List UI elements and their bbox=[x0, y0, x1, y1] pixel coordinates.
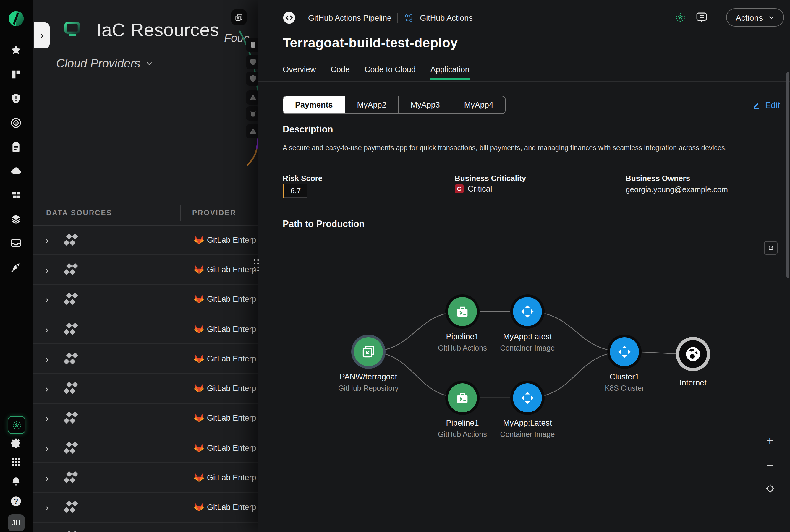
sidebar-item-layers[interactable] bbox=[10, 213, 22, 225]
provider-cell: GitLab Enterp bbox=[207, 265, 258, 274]
graph-toolbar-shield-icon[interactable] bbox=[246, 72, 258, 86]
svg-text:GitHub Actions: GitHub Actions bbox=[438, 430, 487, 438]
risk-score-label: Risk Score bbox=[283, 174, 322, 183]
sidebar-item-gear[interactable] bbox=[10, 437, 22, 449]
data-source-icon bbox=[63, 441, 78, 455]
svg-text:Pipeline1: Pipeline1 bbox=[446, 418, 479, 428]
column-header-data-sources[interactable]: DATA SOURCES bbox=[46, 209, 112, 217]
chevron-down-icon bbox=[146, 60, 153, 68]
svg-text:Container Image: Container Image bbox=[500, 430, 555, 438]
table-row[interactable]: GitLab Enterp bbox=[33, 344, 258, 374]
app-tab-myapp2[interactable]: MyApp2 bbox=[345, 96, 398, 114]
row-expand-chevron[interactable] bbox=[43, 266, 50, 273]
drawer-resize-handle[interactable] bbox=[252, 258, 260, 273]
sidebar-item-ai-sparkle[interactable] bbox=[8, 416, 25, 434]
ai-assistant-icon[interactable] bbox=[674, 11, 686, 24]
sidebar-item-grid[interactable] bbox=[10, 456, 22, 468]
path-to-production-diagram[interactable]: PANW/terragoatGitHub RepositoryPipeline1… bbox=[258, 234, 790, 506]
data-source-icon bbox=[63, 501, 78, 514]
user-avatar[interactable]: JH bbox=[8, 514, 25, 531]
graph-toolbar-shield-icon[interactable] bbox=[246, 55, 258, 69]
description-heading: Description bbox=[283, 124, 333, 135]
zoom-in-button[interactable]: + bbox=[763, 434, 777, 448]
row-expand-chevron[interactable] bbox=[43, 504, 50, 511]
tab-code-to-cloud[interactable]: Code to Cloud bbox=[364, 65, 416, 80]
provider-cell: GitLab Enterp bbox=[207, 354, 258, 363]
row-expand-chevron[interactable] bbox=[43, 444, 50, 451]
sidebar-item-layout[interactable] bbox=[10, 69, 22, 80]
table-row[interactable]: GitLab Enterp bbox=[33, 522, 258, 532]
actions-button[interactable]: Actions bbox=[726, 8, 784, 26]
sidebar-item-shield-alert[interactable] bbox=[10, 93, 22, 104]
gitlab-icon bbox=[194, 354, 204, 363]
table-row[interactable]: GitLab Enterp bbox=[33, 463, 258, 493]
svg-text:GitHub Repository: GitHub Repository bbox=[338, 384, 399, 392]
app-tab-myapp4[interactable]: MyApp4 bbox=[452, 96, 505, 114]
svg-text:K8S Cluster: K8S Cluster bbox=[605, 384, 644, 392]
row-expand-chevron[interactable] bbox=[43, 325, 50, 332]
table-row[interactable]: GitLab Enterp bbox=[33, 433, 258, 463]
collapse-panel-button[interactable] bbox=[34, 22, 50, 49]
pencil-icon bbox=[752, 101, 761, 110]
sidebar-item-clipboard[interactable] bbox=[10, 141, 22, 153]
page-title: Terragoat-build-test-deploy bbox=[283, 36, 458, 51]
table-row[interactable]: GitLab Enterp bbox=[33, 255, 258, 285]
tab-code[interactable]: Code bbox=[331, 65, 350, 80]
sidebar-item-bell[interactable] bbox=[10, 476, 22, 488]
gitlab-icon bbox=[194, 503, 204, 512]
app-tab-payments[interactable]: Payments bbox=[283, 96, 345, 114]
diagram-node-repo: PANW/terragoatGitHub Repository bbox=[338, 335, 399, 392]
breadcrumb: GitHub Actions Pipeline GitHub Actions bbox=[283, 11, 473, 25]
row-expand-chevron[interactable] bbox=[43, 415, 50, 422]
sidebar-item-help[interactable]: ? bbox=[10, 495, 22, 507]
gitlab-icon bbox=[194, 414, 204, 423]
cloud-providers-dropdown[interactable]: Cloud Providers bbox=[56, 57, 153, 70]
row-expand-chevron[interactable] bbox=[43, 474, 50, 481]
sidebar-item-target[interactable] bbox=[10, 117, 22, 129]
scrollbar-thumb[interactable] bbox=[787, 72, 789, 278]
table-row[interactable]: GitLab Enterp bbox=[33, 404, 258, 434]
sidebar-item-rocket[interactable] bbox=[10, 261, 22, 273]
svg-text:Container Image: Container Image bbox=[500, 344, 555, 352]
zoom-out-button[interactable]: − bbox=[763, 459, 777, 473]
github-actions-icon bbox=[404, 13, 414, 23]
breadcrumb-current[interactable]: GitHub Actions bbox=[420, 13, 473, 22]
graph-toolbar-trash-icon[interactable] bbox=[246, 38, 258, 52]
row-expand-chevron[interactable] bbox=[43, 236, 50, 243]
breadcrumb-parent[interactable]: GitHub Actions Pipeline bbox=[308, 13, 392, 22]
diagram-node-c1: Cluster1K8S Cluster bbox=[605, 335, 644, 392]
graph-toolbar-warning-icon[interactable] bbox=[246, 91, 258, 104]
table-row[interactable]: GitLab Enterp bbox=[33, 285, 258, 315]
sidebar-item-star[interactable] bbox=[10, 44, 22, 56]
graph-toolbar-warning-icon[interactable] bbox=[246, 124, 258, 138]
app-tab-myapp3[interactable]: MyApp3 bbox=[398, 96, 452, 114]
diagram-node-p2: Pipeline1GitHub Actions bbox=[438, 381, 487, 438]
row-expand-chevron[interactable] bbox=[43, 385, 50, 392]
gitlab-icon bbox=[194, 384, 204, 393]
recenter-button[interactable] bbox=[763, 483, 777, 496]
sidebar-item-blocks[interactable] bbox=[10, 189, 22, 201]
sidebar-item-window[interactable] bbox=[10, 237, 22, 249]
prisma-cloud-logo[interactable] bbox=[8, 10, 25, 27]
tab-overview[interactable]: Overview bbox=[283, 65, 316, 80]
data-source-icon bbox=[63, 382, 78, 395]
row-expand-chevron[interactable] bbox=[43, 296, 50, 303]
graph-toolbar-trash-icon[interactable] bbox=[246, 107, 258, 120]
column-header-provider[interactable]: PROVIDER bbox=[192, 209, 236, 217]
table-row[interactable]: GitLab Enterp bbox=[33, 315, 258, 344]
table-row[interactable]: GitLab Enterp bbox=[33, 225, 258, 255]
description-body: A secure and easy-to-use payments app fo… bbox=[283, 144, 727, 151]
expand-graph-button[interactable] bbox=[231, 10, 247, 25]
table-row[interactable]: GitLab Enterp bbox=[33, 374, 258, 404]
comment-icon[interactable] bbox=[695, 11, 708, 24]
diagram-node-ma1: MyApp:LatestContainer Image bbox=[500, 294, 555, 352]
edit-link[interactable]: Edit bbox=[752, 100, 780, 110]
svg-text:?: ? bbox=[14, 497, 18, 505]
row-expand-chevron[interactable] bbox=[43, 355, 50, 362]
table-row[interactable]: GitLab Enterp bbox=[33, 493, 258, 522]
svg-text:Internet: Internet bbox=[679, 378, 707, 387]
diagram-node-ma2: MyApp:LatestContainer Image bbox=[500, 381, 555, 438]
sidebar-item-cloud[interactable] bbox=[10, 165, 22, 177]
tab-application[interactable]: Application bbox=[431, 65, 470, 80]
svg-text:PANW/terragoat: PANW/terragoat bbox=[340, 373, 397, 381]
